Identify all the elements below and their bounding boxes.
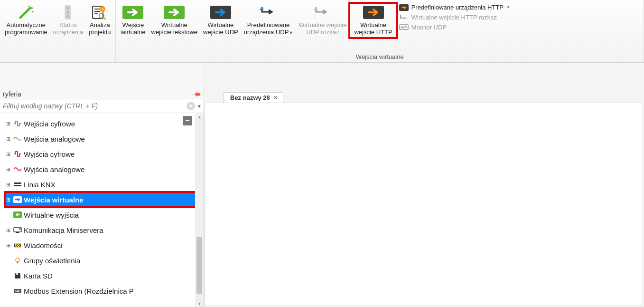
traffic-light-icon (57, 5, 78, 20)
modbus-icon: MB (13, 287, 22, 295)
filter-input[interactable] (2, 100, 185, 112)
label: Predefiniowane urządzenia UDP▼ (244, 22, 293, 36)
tree-item-label: Wejścia analogowe (24, 135, 85, 143)
editor-canvas[interactable] (204, 103, 643, 306)
tree-item[interactable]: ⊞Wyjścia cyfrowe (5, 146, 204, 162)
arrow-green-icon (164, 5, 185, 20)
svg-point-5 (66, 7, 70, 10)
ribbon-group-title: Wejścia wirtualne (118, 53, 642, 61)
tree-container: − ⊞Wejścia cyfrowe⊞Wejścia analogowe⊞Wyj… (0, 113, 204, 307)
tree-item-label: Karta SD (24, 272, 53, 280)
monitor-icon (399, 24, 409, 31)
tree-item[interactable]: ⊞LOGWiadomości (5, 238, 204, 253)
clear-filter-icon[interactable]: ✕ (187, 102, 195, 110)
expand-icon[interactable]: ⊞ (5, 151, 11, 157)
virtual-udp-cmd-button[interactable]: Wirtualne wejście UDP rozkaz (296, 3, 349, 37)
svg-text:!: ! (102, 7, 103, 11)
svg-point-31 (16, 258, 19, 262)
virtual-udp-input-button[interactable]: Wirtualne wejście UDP (200, 3, 241, 37)
expand-icon[interactable]: ⊞ (5, 182, 11, 188)
tree-item[interactable]: ⊞Wejścia analogowe (5, 131, 204, 146)
tree-item[interactable]: ⊞Wejścia wirtualne (5, 192, 204, 207)
virtual-text-input-button[interactable]: Wirtualne wejście tekstowe (149, 3, 201, 37)
vertical-scrollbar[interactable] (195, 113, 204, 307)
tree-item[interactable]: ⊞Komunikacja Miniservera (5, 222, 204, 238)
pin-icon[interactable]: 📌 (192, 89, 202, 99)
label: Automatyczne programowanie (5, 22, 47, 36)
analysis-icon: ! (89, 5, 110, 20)
tree-item[interactable]: ⊞Wejścia cyfrowe (5, 116, 204, 131)
analog-out-icon (13, 165, 22, 173)
workspace: ryferia 📌 ✕ ▼ − ⊞Wejścia cyfrowe⊞Wejścia… (0, 63, 644, 307)
tree-item[interactable]: ⊞Karta SD (5, 268, 204, 283)
tree-item[interactable]: ⊞MBModbus Extension (Rozdzielnica P (5, 283, 204, 298)
expand-icon[interactable]: ⊞ (5, 197, 11, 203)
predef-udp-icon (258, 5, 279, 20)
tree-item-label: Wyjścia analogowe (24, 165, 84, 173)
tree-item[interactable]: ⊞Grupy oświetlenia (5, 253, 204, 268)
label: Wirtualne wejście HTTP rozkaz (411, 14, 497, 21)
vout-icon (13, 211, 22, 219)
svg-line-0 (20, 8, 30, 18)
analog-in-icon (13, 134, 22, 143)
expand-icon[interactable]: ⊞ (5, 227, 11, 233)
svg-point-3 (32, 11, 33, 13)
tree-item[interactable]: ⊞Wyjścia analogowe (5, 162, 204, 177)
svg-point-1 (31, 7, 33, 9)
svg-rect-27 (16, 232, 19, 233)
expand-icon[interactable]: ⊞ (5, 166, 11, 173)
tree-item-label: Wirtualne wyjścia (24, 211, 79, 219)
arrow-dark-orange-icon (363, 5, 384, 20)
digital-in-icon (13, 119, 22, 128)
filter-dropdown-icon[interactable]: ▼ (197, 104, 202, 109)
tree-item-label: Wejścia cyfrowe (24, 120, 75, 128)
document-tab[interactable]: Bez nazwy 28 ✕ (223, 92, 283, 103)
virtual-http-input-button[interactable]: Wirtualne wejście HTTP (349, 3, 397, 38)
label: Wirtualne wejście UDP (203, 22, 238, 36)
monitor-udp-button[interactable]: Monitor UDP (399, 24, 510, 31)
tree-item-label: Wyjścia cyfrowe (24, 150, 75, 158)
auto-programming-button[interactable]: Automatyczne programowanie (2, 3, 50, 37)
tree-item-label: Wiadomości (24, 241, 63, 249)
svg-point-28 (19, 228, 21, 230)
arrow-small-orange-icon (399, 4, 409, 11)
label: Status urządzenia (53, 22, 84, 36)
virtual-http-cmd-button[interactable]: Wirtualne wejście HTTP rozkaz (399, 14, 510, 21)
svg-point-2 (28, 6, 29, 7)
panel-header: ryferia 📌 (0, 89, 204, 99)
predef-udp-icon-disabled (312, 5, 333, 20)
predefined-http-button[interactable]: Predefiniowane urządzenia HTTP ▼ (399, 4, 510, 11)
arrow-dark-blue-icon (210, 5, 231, 20)
msg-icon: LOG (13, 241, 22, 249)
ribbon-group-virtual-inputs: Wejście wirtualne Wirtualne wejście teks… (116, 0, 644, 62)
virtual-input-button[interactable]: Wejście wirtualne (118, 3, 148, 37)
tree-item[interactable]: ⊞Linia KNX (5, 177, 204, 192)
expand-icon[interactable]: ⊞ (5, 242, 11, 249)
svg-rect-34 (17, 273, 18, 275)
expand-icon[interactable]: ⊞ (5, 136, 11, 142)
tree-item-label: Linia KNX (24, 181, 56, 189)
label: Analiza projektu (89, 22, 111, 36)
vin-icon (13, 195, 22, 204)
label: Predefiniowane urządzenia HTTP (411, 4, 504, 11)
expand-icon[interactable]: ⊞ (5, 121, 11, 127)
tree-item[interactable]: ⊞Wirtualne wyjścia (5, 207, 204, 222)
editor-area: Bez nazwy 28 ✕ (204, 63, 644, 307)
ribbon-side-items: Predefiniowane urządzenia HTTP ▼ Wirtual… (397, 3, 512, 32)
chevron-down-icon: ▼ (506, 5, 510, 10)
device-status-button[interactable]: Status urządzenia (50, 3, 86, 37)
tree-item-label: Modbus Extension (Rozdzielnica P (24, 287, 134, 295)
wand-icon (16, 5, 37, 20)
close-icon[interactable]: ✕ (273, 94, 278, 101)
svg-rect-23 (14, 184, 21, 185)
tree-item-label: Komunikacja Miniservera (24, 226, 103, 234)
predefined-udp-button[interactable]: Predefiniowane urządzenia UDP▼ (241, 3, 296, 37)
digital-out-icon (13, 150, 22, 158)
project-analysis-button[interactable]: ! Analiza projektu (86, 3, 113, 37)
svg-rect-33 (16, 273, 17, 275)
http-cmd-icon (399, 14, 409, 21)
collapse-all-button[interactable]: − (183, 116, 192, 125)
tab-bar: Bez nazwy 28 ✕ (204, 89, 644, 103)
label: Wejście wirtualne (121, 22, 145, 36)
tree-item-label: Grupy oświetlenia (24, 257, 80, 265)
